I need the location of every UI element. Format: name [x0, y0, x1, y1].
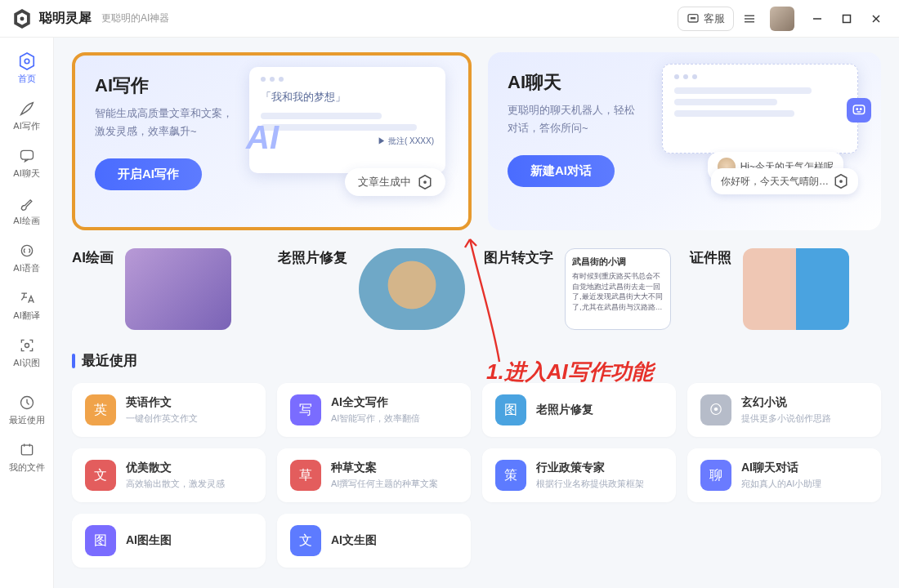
- card-sub: AI撰写任何主题的种草文案: [331, 478, 438, 490]
- card-title: AI聊天对话: [741, 461, 821, 475]
- start-ai-write-button[interactable]: 开启AI写作: [95, 158, 202, 190]
- card-title: AI文生图: [331, 533, 377, 548]
- thumb-oldphoto: [359, 248, 465, 330]
- svg-rect-17: [21, 445, 32, 455]
- card-title: 优美散文: [126, 461, 225, 475]
- card-title: AI全文写作: [331, 395, 420, 410]
- chat-smile-icon: [847, 98, 871, 122]
- app-name: 聪明灵犀: [39, 10, 92, 27]
- card-icon: 草: [290, 460, 321, 491]
- card-icon: 文: [290, 525, 321, 556]
- sidebar-item-paint[interactable]: AI绘画: [0, 188, 53, 234]
- svg-point-20: [857, 109, 858, 110]
- hero-write-desc: 智能生成高质量文章和文案，激发灵感，效率飙升~: [95, 105, 266, 140]
- minimize-button[interactable]: [806, 7, 829, 30]
- close-button[interactable]: [865, 7, 888, 30]
- card-icon: 聊: [700, 460, 731, 491]
- thumb-ocr: 武昌街的小调 有时候到重庆路买书总会不自觉地跑过武昌街去走一回了,最近发现武昌街…: [565, 248, 671, 330]
- card-sub: 高效输出散文，激发灵感: [126, 478, 225, 490]
- card-icon: 英: [85, 394, 116, 425]
- svg-point-18: [423, 180, 427, 184]
- thumb-paint: [125, 248, 231, 330]
- svg-point-12: [25, 59, 29, 64]
- card-title: 老照片修复: [536, 403, 593, 417]
- sidebar-item-chat[interactable]: AI聊天: [0, 140, 53, 186]
- recent-card[interactable]: 策 行业政策专家根据行业名称提供政策框架: [482, 448, 676, 502]
- thumb-idphoto: [743, 248, 849, 330]
- tool-card-idphoto[interactable]: 证件照: [690, 248, 881, 330]
- svg-point-0: [20, 16, 25, 20]
- card-title: 玄幻小说: [741, 395, 831, 410]
- recent-card[interactable]: 文 优美散文高效输出散文，激发灵感: [72, 448, 266, 502]
- recent-card[interactable]: 写 AI全文写作AI智能写作，效率翻倍: [277, 383, 471, 437]
- card-icon: ⦿: [700, 394, 731, 425]
- generating-chip: 文章生成中: [345, 168, 445, 196]
- user-avatar[interactable]: [770, 7, 794, 31]
- recent-grid: 英 英语作文一键创作英文作文写 AI全文写作AI智能写作，效率翻倍图 老照片修复…: [72, 383, 881, 568]
- write-mock: AI 「我和我的梦想」 ▶ 批注( XXXX) 文章生成中: [249, 67, 454, 214]
- recent-card[interactable]: 图 AI图生图: [72, 514, 266, 568]
- tool-card-oldphoto[interactable]: 老照片修复: [278, 248, 469, 330]
- tool-row: AI绘画 老照片修复 图片转文字 武昌街的小调 有时候到重庆路买书总会不自觉地跑…: [72, 248, 881, 330]
- svg-point-14: [21, 245, 32, 256]
- support-button[interactable]: 客服: [678, 7, 734, 31]
- svg-point-3: [692, 17, 693, 18]
- card-sub: 一键创作英文作文: [126, 412, 198, 425]
- hamburger-menu-icon[interactable]: [740, 10, 758, 28]
- new-ai-chat-button[interactable]: 新建AI对话: [508, 155, 615, 187]
- recent-card[interactable]: 文 AI文生图: [277, 514, 471, 568]
- hero-card-chat[interactable]: AI聊天 更聪明的聊天机器人，轻松对话，答你所问~ 新建AI对话 Hi~: [488, 52, 881, 230]
- svg-rect-19: [853, 105, 865, 114]
- recent-card[interactable]: 英 英语作文一键创作英文作文: [72, 383, 266, 437]
- sidebar-item-write[interactable]: AI写作: [0, 93, 53, 139]
- card-icon: 写: [290, 394, 321, 425]
- ai-watermark-icon: AI: [246, 119, 279, 156]
- card-sub: 根据行业名称提供政策框架: [536, 478, 644, 490]
- svg-point-22: [839, 180, 843, 183]
- chat-mock: Hi~今天的天气怎样呢 你好呀，今天天气晴朗…: [662, 64, 866, 211]
- maximize-button[interactable]: [835, 7, 858, 30]
- recent-section-title: 最近使用: [72, 351, 881, 370]
- svg-rect-9: [843, 15, 851, 22]
- sidebar-item-recent[interactable]: 最近使用: [0, 387, 53, 433]
- hero-chat-desc: 更聪明的聊天机器人，轻松对话，答你所问~: [508, 101, 679, 137]
- card-title: AI图生图: [126, 533, 172, 548]
- card-sub: 宛如真人的AI小助理: [741, 478, 821, 490]
- tool-card-ocr[interactable]: 图片转文字 武昌街的小调 有时候到重庆路买书总会不自觉地跑过武昌街去走一回了,最…: [484, 248, 675, 330]
- card-title: 行业政策专家: [536, 461, 644, 475]
- sidebar-item-ocr[interactable]: AI识图: [0, 330, 53, 376]
- sidebar-item-translate[interactable]: AI翻译: [0, 283, 53, 328]
- card-title: 种草文案: [331, 461, 438, 475]
- svg-point-4: [694, 17, 695, 18]
- card-icon: 文: [85, 460, 116, 491]
- svg-point-21: [861, 109, 862, 110]
- app-logo-icon: [11, 8, 33, 29]
- recent-card[interactable]: 聊 AI聊天对话宛如真人的AI小助理: [687, 448, 881, 502]
- card-icon: 图: [495, 394, 526, 425]
- svg-point-15: [25, 344, 29, 348]
- card-sub: 提供更多小说创作思路: [741, 412, 831, 425]
- tool-card-paint[interactable]: AI绘画: [72, 248, 263, 330]
- app-subtitle: 更聪明的AI神器: [101, 11, 169, 25]
- card-icon: 图: [85, 525, 116, 556]
- card-sub: AI智能写作，效率翻倍: [331, 412, 420, 425]
- card-icon: 策: [495, 460, 526, 491]
- recent-card[interactable]: 图 老照片修复: [482, 383, 676, 437]
- svg-rect-13: [20, 150, 33, 159]
- svg-point-2: [691, 17, 691, 18]
- sidebar-item-voice[interactable]: AI语音: [0, 235, 53, 281]
- recent-card[interactable]: 草 种草文案AI撰写任何主题的种草文案: [277, 448, 471, 502]
- sidebar-item-files[interactable]: 我的文件: [0, 434, 53, 480]
- recent-card[interactable]: ⦿ 玄幻小说提供更多小说创作思路: [687, 383, 881, 437]
- sidebar: 首页 AI写作 AI聊天 AI绘画 AI语音 AI翻译 AI识图 最近使用 我的…: [0, 38, 54, 588]
- card-title: 英语作文: [126, 395, 198, 410]
- hero-card-write[interactable]: AI写作 智能生成高质量文章和文案，激发灵感，效率飙升~ 开启AI写作 AI 「…: [72, 52, 472, 230]
- sidebar-item-home[interactable]: 首页: [0, 46, 53, 91]
- chat-bubble-ai: 你好呀，今天天气晴朗…: [711, 168, 858, 194]
